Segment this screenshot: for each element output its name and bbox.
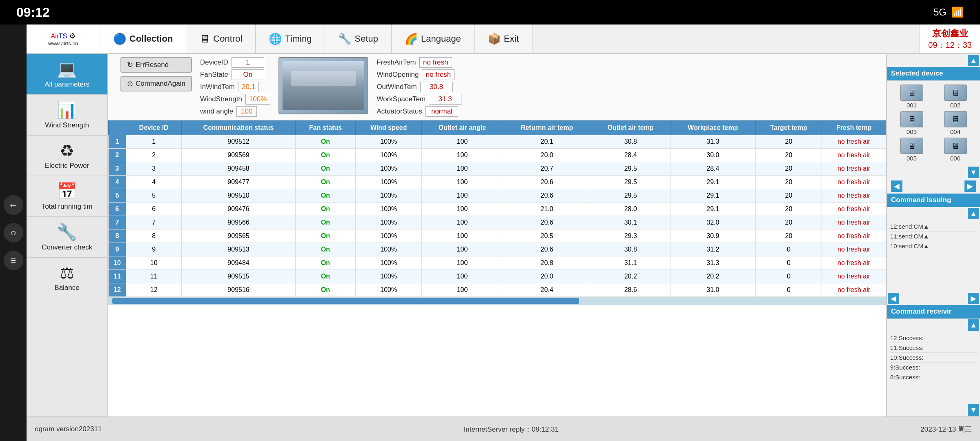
out-wind-tem-label: OutWindTem <box>376 83 416 91</box>
cell-comm-status: 909484 <box>182 256 295 270</box>
sidebar-balance[interactable]: ⚖ Balance <box>27 258 107 298</box>
cell-return-temp: 20.4 <box>503 283 591 297</box>
cmd-issuing-item-11: 11:send:CM▲ <box>890 232 977 241</box>
status-time: 09:12 <box>16 5 50 20</box>
device-thumb-006[interactable]: 🖥 006 <box>935 138 976 162</box>
cmd-nav-right-button[interactable]: ▶ <box>968 293 979 304</box>
cell-return-temp: 20.6 <box>503 243 591 256</box>
sidebar-total-running[interactable]: 📅 Total running tim <box>27 176 107 217</box>
cell-target-temp: 20 <box>755 176 822 189</box>
cell-fan-status: On <box>295 203 356 216</box>
cell-comm-status: 909477 <box>182 176 295 189</box>
cell-fan-status: On <box>295 176 356 189</box>
workspace-tem-row: WorkSpaceTem 31.3 <box>376 94 461 105</box>
nav-timing[interactable]: 🌐 Timing <box>256 24 325 53</box>
device-thumb-005[interactable]: 🖥 005 <box>891 138 932 162</box>
cell-air-angle: 100 <box>421 270 503 283</box>
table-row[interactable]: 10 10 909484 On 100% 100 20.8 31.1 31.3 … <box>109 256 886 270</box>
sidebar-wind-strength[interactable]: 📊 Wind Strength <box>27 95 107 136</box>
table-row[interactable]: 1 1 909512 On 100% 100 20.1 30.8 31.3 20… <box>109 135 886 149</box>
wind-strength-icon: 📊 <box>57 100 77 120</box>
device-info-left: DeviceID 1 FanState On InWindTem 20.1 Wi… <box>200 57 270 117</box>
balance-label: Balance <box>54 284 79 292</box>
content-area: 💻 All parameters 📊 Wind Strength ♻ Elect… <box>27 54 980 416</box>
nav-language[interactable]: 🌈 Language <box>392 24 474 53</box>
actuator-status-value: normal <box>425 106 458 117</box>
table-row[interactable]: 11 11 909515 On 100% 100 20.0 20.2 20.2 … <box>109 270 886 283</box>
status-bar: 09:12 5G 📶 <box>0 0 980 24</box>
cell-target-temp: 0 <box>755 270 822 283</box>
scroll-up-button[interactable]: ▲ <box>968 55 979 66</box>
wifi-icon: 📶 <box>951 7 964 18</box>
cmd-scroll-up-button[interactable]: ▲ <box>968 208 979 219</box>
command-icon: ⊙ <box>127 79 133 88</box>
brand-time: 09：12：33 <box>928 40 972 51</box>
cell-workplace-temp: 31.3 <box>670 256 755 270</box>
back-button[interactable]: ← <box>4 195 23 215</box>
table-container[interactable]: Device ID Communication status Fan statu… <box>108 120 886 416</box>
wind-angle-row: wind angle 100 <box>200 106 270 117</box>
command-again-button[interactable]: ⊙ CommandAgain <box>120 76 192 91</box>
cmd-receiving-header: Command receivir <box>887 305 980 318</box>
cell-workplace-temp: 30.0 <box>670 149 755 162</box>
cell-return-temp: 21.0 <box>503 203 591 216</box>
all-params-icon: 💻 <box>57 60 77 79</box>
nav-collection[interactable]: 🔵 Collection <box>100 24 186 53</box>
server-reply-text: InternetServer reply：09:12:31 <box>464 425 559 434</box>
row-num: 12 <box>109 283 126 297</box>
cmd-recv-scroll-up-button[interactable]: ▲ <box>968 319 979 331</box>
table-row[interactable]: 12 12 909516 On 100% 100 20.4 28.6 31.0 … <box>109 283 886 297</box>
device-thumb-002[interactable]: 🖥 002 <box>935 85 976 109</box>
all-params-label: All parameters <box>45 80 89 89</box>
nav-control[interactable]: 🖥 Control <box>186 24 256 53</box>
table-row[interactable]: 9 9 909513 On 100% 100 20.6 30.8 31.2 0 … <box>109 243 886 256</box>
cell-device-id: 10 <box>126 256 182 270</box>
cmd-nav-left-button[interactable]: ◀ <box>888 293 899 304</box>
nav-right-button[interactable]: ▶ <box>964 180 976 192</box>
device-thumb-icon-006: 🖥 <box>944 138 967 154</box>
err-resend-button[interactable]: ↻ ErrResend <box>120 57 192 73</box>
scrollbar-thumb[interactable] <box>112 298 579 304</box>
table-row[interactable]: 4 4 909477 On 100% 100 20.6 29.5 29.1 20… <box>109 176 886 189</box>
logo-icon: ⚙ <box>69 32 76 40</box>
device-thumb-004[interactable]: 🖥 004 <box>935 111 976 135</box>
nav-exit[interactable]: 📦 Exit <box>474 24 532 53</box>
table-scrollbar[interactable] <box>108 297 886 305</box>
table-row[interactable]: 7 7 909566 On 100% 100 20.6 30.1 32.0 20… <box>109 216 886 229</box>
table-row[interactable]: 6 6 909476 On 100% 100 21.0 28.0 29.1 20… <box>109 203 886 216</box>
table-row[interactable]: 5 5 909510 On 100% 100 20.6 29.5 29.1 20… <box>109 189 886 203</box>
selected-device-header: Selected device <box>887 67 980 80</box>
row-num: 9 <box>109 243 126 256</box>
nav-left-button[interactable]: ◀ <box>891 180 902 192</box>
sidebar-all-params[interactable]: 💻 All parameters <box>27 54 107 95</box>
menu-button[interactable]: ≡ <box>4 251 23 270</box>
device-info-header: ↻ ErrResend ⊙ CommandAgain DeviceID 1 Fa… <box>108 54 886 120</box>
table-row[interactable]: 2 2 909569 On 100% 100 20.0 28.4 30.0 20… <box>109 149 886 162</box>
col-target-temp: Target temp <box>755 121 822 135</box>
cell-fresh-temp: no fresh air <box>822 176 886 189</box>
nav-exit-label: Exit <box>504 33 519 44</box>
table-row[interactable]: 8 8 909565 On 100% 100 20.5 29.3 30.9 20… <box>109 229 886 243</box>
app-container: AirTS ⚙ www.airts.cn 🔵 Collection 🖥 Cont… <box>27 24 980 416</box>
cmd-issuing-header: Command issuing <box>887 194 980 207</box>
cmd-recv-scroll-down-button[interactable]: ▼ <box>968 404 979 416</box>
cell-air-angle: 100 <box>421 283 503 297</box>
fan-state-label: FanState <box>200 71 228 79</box>
nav-setup[interactable]: 🔧 Setup <box>325 24 392 53</box>
language-icon: 🌈 <box>405 33 418 45</box>
cmd-issuing-scroll-up: ▲ <box>887 207 980 220</box>
device-thumb-003[interactable]: 🖥 003 <box>891 111 932 135</box>
home-button[interactable]: ○ <box>4 223 23 243</box>
table-row[interactable]: 3 3 909458 On 100% 100 20.7 29.5 28.4 20… <box>109 162 886 176</box>
sidebar-converter[interactable]: 🔧 Converter check <box>27 217 107 258</box>
cell-fan-status: On <box>295 256 356 270</box>
scroll-down-device-button[interactable]: ▼ <box>968 167 979 178</box>
in-wind-tem-value: 20.1 <box>238 82 259 92</box>
col-fan-status: Fan status <box>295 121 356 135</box>
sidebar-electric-power[interactable]: ♻ Electric Power <box>27 136 107 176</box>
device-thumb-001[interactable]: 🖥 001 <box>891 85 932 109</box>
row-num: 11 <box>109 270 126 283</box>
cell-outlet-temp: 29.5 <box>591 162 670 176</box>
cell-return-temp: 20.5 <box>503 229 591 243</box>
cell-workplace-temp: 31.2 <box>670 243 755 256</box>
